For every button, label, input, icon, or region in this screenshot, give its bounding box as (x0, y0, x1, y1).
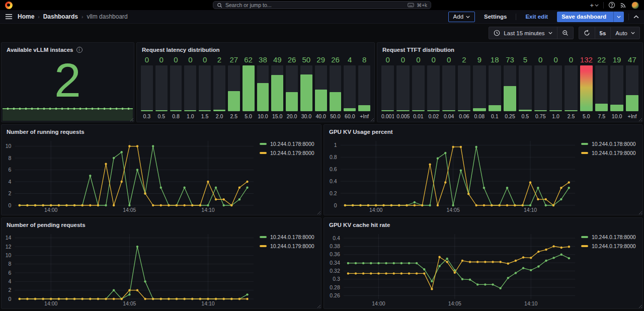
svg-text:14:10: 14:10 (201, 207, 214, 213)
data-point (530, 269, 532, 271)
bar-value: 0 (155, 55, 168, 65)
data-point (58, 204, 60, 206)
data-point (89, 175, 91, 177)
data-point (230, 204, 232, 206)
bar-track (565, 65, 577, 111)
save-dashboard-button[interactable]: Save dashboard (557, 12, 624, 22)
user-avatar[interactable] (631, 2, 639, 9)
data-point (113, 157, 115, 159)
collapse-toolbar-button[interactable] (633, 15, 639, 19)
bar-fill (381, 110, 394, 111)
data-point (105, 163, 107, 165)
help-button[interactable] (608, 2, 615, 9)
svg-text:14:05: 14:05 (123, 300, 136, 306)
zoom-out-button[interactable] (557, 27, 573, 39)
svg-text:14:00: 14:00 (44, 300, 57, 306)
bar-fill (519, 110, 531, 111)
legend-item[interactable]: 10.244.0.178:8000 (260, 141, 318, 147)
data-point (499, 287, 501, 289)
bar-value: 4 (344, 55, 356, 65)
data-point (81, 204, 83, 206)
data-point (460, 146, 462, 148)
chart-svg: 0246810121414:0014:0514:10 (3, 230, 258, 307)
refresh-button[interactable] (579, 27, 595, 39)
data-point (246, 293, 248, 295)
legend-item[interactable]: 10.244.0.179:8000 (260, 243, 318, 249)
data-point (207, 181, 209, 183)
bar-track (412, 65, 425, 111)
data-point (362, 262, 364, 264)
refresh-interval-label[interactable]: 5s (595, 27, 611, 39)
data-point (545, 198, 547, 200)
data-point (136, 145, 138, 147)
bar-value: 62 (243, 55, 255, 65)
legend-item[interactable]: 10.244.0.178:8000 (581, 234, 639, 240)
breadcrumb-separator: › (82, 14, 83, 20)
bar-column: 02.5 (565, 55, 577, 120)
breadcrumb-home[interactable]: Home (18, 13, 34, 20)
plus-icon: + (590, 2, 594, 9)
data-point (105, 298, 107, 300)
news-rss-button[interactable] (620, 2, 627, 9)
bar-gauge: 00.300.500.801.001.522.0272.5625.03810.0… (137, 54, 374, 122)
data-point (89, 298, 91, 300)
bar-fill (257, 83, 269, 111)
save-dashboard-chevron[interactable] (613, 12, 624, 22)
bar-track (170, 65, 182, 111)
exit-edit-button[interactable]: Exit edit (521, 12, 552, 22)
data-point (545, 204, 547, 206)
legend-item[interactable]: 10.244.0.178:8000 (581, 141, 639, 147)
bar-label: 0.25 (504, 111, 516, 120)
data-point (183, 204, 185, 206)
data-point (238, 298, 240, 300)
legend-swatch (581, 245, 588, 247)
bar-fill (141, 110, 153, 111)
bar-label: 2.5 (228, 111, 240, 120)
data-point (377, 262, 379, 264)
data-point (522, 256, 524, 258)
data-point (414, 201, 416, 203)
data-point (568, 257, 570, 259)
data-point (128, 204, 130, 206)
data-point (537, 265, 539, 267)
svg-text:0.36: 0.36 (330, 251, 340, 257)
add-menu-button[interactable]: + (590, 2, 599, 9)
stat-value: 2 (2, 51, 134, 109)
add-button[interactable]: Add (448, 12, 475, 22)
data-point (437, 157, 439, 159)
svg-text:4: 4 (9, 179, 12, 185)
data-point (50, 204, 52, 206)
svg-text:0: 0 (9, 202, 12, 208)
settings-button[interactable]: Settings (479, 12, 511, 22)
bar-fill (427, 110, 440, 111)
bar-fill (271, 75, 283, 111)
bar-value: 0 (396, 55, 409, 65)
bar-value: 47 (626, 55, 638, 65)
bar-column: 227.5 (595, 55, 608, 120)
bar-fill (442, 110, 455, 111)
data-point (128, 293, 130, 295)
legend-item[interactable]: 10.244.0.179:8000 (260, 150, 318, 156)
svg-text:0.2: 0.2 (330, 190, 337, 196)
data-point (176, 298, 178, 300)
time-range-picker[interactable]: Last 15 minutes (489, 27, 556, 39)
data-point (19, 298, 21, 300)
data-point (230, 298, 232, 300)
bar-column: 00.01 (412, 55, 425, 120)
legend-item[interactable]: 10.244.0.178:8000 (260, 234, 318, 240)
series-line (345, 147, 569, 205)
legend-item[interactable]: 10.244.0.179:8000 (581, 243, 639, 249)
mega-menu-toggle[interactable] (5, 14, 13, 20)
grafana-logo[interactable] (5, 2, 13, 9)
svg-text:4: 4 (9, 278, 12, 284)
data-point (552, 257, 554, 259)
breadcrumb-dashboards[interactable]: Dashboards (43, 13, 78, 20)
legend-item[interactable]: 10.244.0.179:8000 (581, 150, 639, 156)
divider (628, 14, 629, 20)
search-input[interactable]: Search or jump to... ⌘+k (213, 1, 431, 9)
auto-refresh-dropdown[interactable]: Auto (610, 27, 639, 39)
bar-fill (504, 86, 516, 111)
data-point (408, 262, 410, 264)
bar-column: 90.08 (473, 55, 486, 120)
data-point (499, 261, 501, 263)
